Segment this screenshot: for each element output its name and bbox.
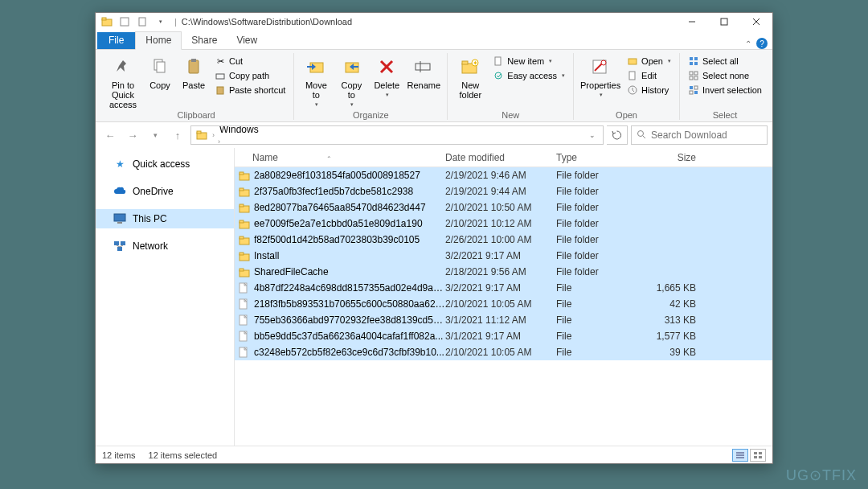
folder-icon bbox=[238, 233, 251, 246]
svg-rect-79 bbox=[759, 456, 762, 458]
sort-indicator-icon: ⌃ bbox=[326, 155, 332, 162]
svg-rect-77 bbox=[759, 452, 762, 454]
file-name: 4b87df2248a4c698dd8157355ad02e4d9a4... bbox=[254, 282, 445, 294]
table-row[interactable]: 2f375a0fb3fecf1ed5b7dcbe581c29382/19/202… bbox=[235, 183, 772, 199]
ribbon-group-organize: Move to▾ Copy to▾ Delete▾ Rename Organiz… bbox=[294, 53, 448, 120]
cut-button[interactable]: ✂Cut bbox=[211, 55, 289, 68]
chevron-right-icon[interactable]: › bbox=[211, 131, 216, 139]
svg-rect-42 bbox=[694, 91, 698, 94]
column-headers[interactable]: Name⌃ Date modified Type Size bbox=[235, 148, 772, 167]
edit-button[interactable]: Edit bbox=[624, 69, 674, 82]
network-icon bbox=[113, 240, 126, 253]
table-row[interactable]: Install3/2/2021 9:17 AMFile folder bbox=[235, 248, 772, 264]
view-large-icons-button[interactable] bbox=[750, 449, 766, 462]
table-row[interactable]: 755eb36366abd97702932fee38d8139cd57...3/… bbox=[235, 312, 772, 328]
pin-quick-access-button[interactable]: Pin to Quick access bbox=[104, 53, 142, 109]
file-name: 218f3fb5b893531b70655c600c50880aa62b... bbox=[254, 298, 445, 310]
nav-this-pc[interactable]: This PC bbox=[96, 209, 234, 228]
file-name: ee7009f5e2a7e1cbbd0a51e809d1a190 bbox=[254, 218, 445, 229]
copy-to-icon bbox=[339, 55, 363, 79]
qat-properties-icon[interactable] bbox=[117, 14, 133, 29]
minimize-button[interactable] bbox=[676, 13, 708, 31]
close-button[interactable] bbox=[740, 13, 772, 31]
column-type[interactable]: Type bbox=[556, 152, 637, 163]
select-all-button[interactable]: Select all bbox=[685, 55, 765, 68]
nav-onedrive[interactable]: OneDrive bbox=[96, 182, 234, 201]
search-input[interactable]: Search Download bbox=[631, 125, 768, 145]
table-row[interactable]: SharedFileCache2/18/2021 9:56 AMFile fol… bbox=[235, 264, 772, 280]
tab-share[interactable]: Share bbox=[182, 32, 227, 49]
tab-home[interactable]: Home bbox=[135, 31, 182, 50]
file-list[interactable]: Name⌃ Date modified Type Size 2a80829e8f… bbox=[235, 148, 772, 446]
delete-icon bbox=[375, 55, 399, 79]
nav-quick-access[interactable]: ★Quick access bbox=[96, 154, 234, 174]
file-type: File folder bbox=[556, 266, 637, 277]
breadcrumb[interactable]: Windows bbox=[216, 125, 309, 135]
tab-view[interactable]: View bbox=[227, 32, 267, 49]
copy-to-button[interactable]: Copy to▾ bbox=[334, 53, 368, 108]
rename-button[interactable]: Rename bbox=[405, 53, 442, 90]
file-date: 3/1/2021 9:17 AM bbox=[445, 331, 556, 342]
svg-rect-38 bbox=[694, 76, 698, 80]
table-row[interactable]: 2a80829e8f1031854fa005d0089185272/19/202… bbox=[235, 167, 772, 183]
paste-shortcut-icon bbox=[215, 84, 226, 96]
invert-selection-button[interactable]: Invert selection bbox=[685, 84, 765, 97]
nav-network[interactable]: Network bbox=[96, 236, 234, 256]
delete-button[interactable]: Delete▾ bbox=[370, 53, 403, 98]
svg-rect-67 bbox=[240, 269, 244, 271]
table-row[interactable]: 8ed28077ba76465aa85470d84623d4472/10/202… bbox=[235, 199, 772, 216]
column-name[interactable]: Name bbox=[252, 152, 278, 163]
svg-rect-51 bbox=[117, 247, 122, 251]
star-icon: ★ bbox=[113, 158, 126, 171]
copy-button[interactable]: Copy bbox=[144, 53, 176, 90]
tab-file[interactable]: File bbox=[97, 32, 135, 49]
svg-rect-39 bbox=[690, 86, 693, 89]
maximize-button[interactable] bbox=[708, 13, 740, 31]
up-button[interactable]: ↑ bbox=[168, 125, 187, 145]
file-type: File bbox=[556, 331, 637, 342]
open-button[interactable]: Open▾ bbox=[624, 55, 674, 68]
table-row[interactable]: ee7009f5e2a7e1cbbd0a51e809d1a1902/10/202… bbox=[235, 216, 772, 232]
forward-button[interactable]: → bbox=[123, 125, 142, 145]
nav-pane: ★Quick access OneDrive This PC Network bbox=[96, 148, 235, 446]
recent-locations-button[interactable]: ▾ bbox=[145, 125, 165, 145]
address-bar[interactable]: › This PC›Local Disk (C:)›Windows›Softwa… bbox=[190, 125, 604, 145]
history-button[interactable]: History bbox=[624, 84, 674, 97]
table-row[interactable]: c3248eb572cb5f82e63ce9c6d73cfbf39b10...2… bbox=[235, 344, 772, 360]
ribbon-collapse-icon[interactable]: ⌃ bbox=[745, 39, 751, 48]
column-size[interactable]: Size bbox=[637, 152, 696, 163]
table-row[interactable]: 218f3fb5b893531b70655c600c50880aa62b...2… bbox=[235, 296, 772, 312]
this-pc-icon bbox=[113, 212, 126, 225]
move-to-button[interactable]: Move to▾ bbox=[299, 53, 333, 108]
table-row[interactable]: bb5e9dd5c37d5a66236a4004cafaf1ff082a...3… bbox=[235, 328, 772, 344]
select-all-icon bbox=[688, 55, 699, 67]
new-folder-button[interactable]: ✦ New folder bbox=[452, 53, 488, 100]
qat-dropdown-icon[interactable]: ▾ bbox=[152, 14, 168, 29]
table-row[interactable]: 4b87df2248a4c698dd8157355ad02e4d9a4...3/… bbox=[235, 280, 772, 296]
qat-new-icon[interactable] bbox=[134, 14, 150, 29]
new-folder-icon: ✦ bbox=[458, 55, 482, 79]
paste-button[interactable]: Paste bbox=[178, 53, 210, 90]
svg-rect-34 bbox=[694, 62, 698, 65]
back-button[interactable]: ← bbox=[100, 125, 120, 145]
paste-shortcut-button[interactable]: Paste shortcut bbox=[211, 84, 289, 97]
folder-icon bbox=[238, 265, 251, 278]
select-none-button[interactable]: Select none bbox=[685, 69, 765, 82]
view-details-button[interactable] bbox=[732, 449, 748, 462]
new-item-button[interactable]: New item▾ bbox=[489, 55, 568, 68]
column-date[interactable]: Date modified bbox=[445, 152, 556, 163]
folder-icon bbox=[238, 169, 251, 182]
folder-icon bbox=[193, 129, 211, 141]
table-row[interactable]: f82f500d1d42b58ad7023803b39c01052/26/202… bbox=[235, 232, 772, 248]
refresh-button[interactable] bbox=[607, 125, 628, 145]
copy-path-button[interactable]: Copy path bbox=[211, 69, 289, 82]
chevron-right-icon[interactable]: › bbox=[216, 138, 222, 145]
file-type: File folder bbox=[556, 218, 637, 229]
svg-rect-29 bbox=[629, 72, 635, 80]
easy-access-button[interactable]: Easy access▾ bbox=[489, 69, 568, 82]
svg-line-53 bbox=[120, 245, 123, 247]
svg-rect-12 bbox=[216, 74, 224, 79]
address-dropdown-button[interactable]: ⌄ bbox=[583, 126, 601, 144]
help-icon[interactable]: ? bbox=[756, 38, 768, 49]
properties-button[interactable]: Properties▾ bbox=[579, 53, 622, 98]
